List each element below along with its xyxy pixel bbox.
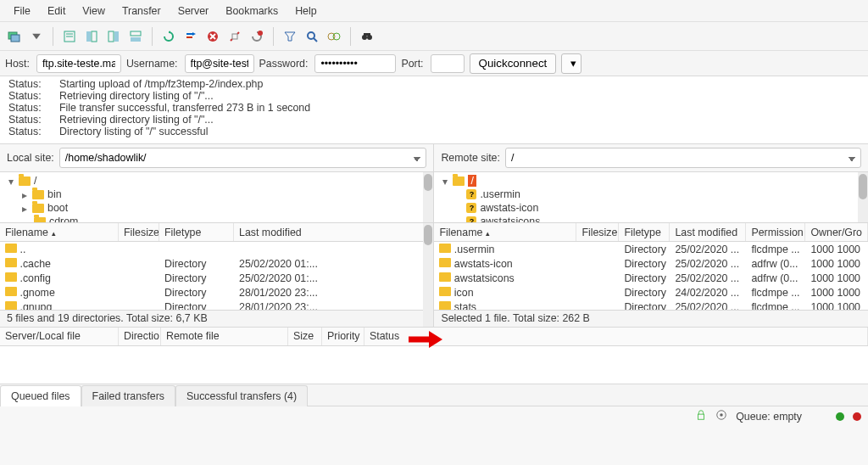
queue-indicator-icon[interactable] [715,409,727,423]
encryption-icon[interactable] [695,409,707,423]
menu-bookmarks[interactable]: Bookmarks [217,2,287,20]
list-item[interactable]: .userminDirectory25/02/2020 ...flcdmpe .… [434,242,868,256]
menubar: File Edit View Transfer Server Bookmarks… [0,0,868,22]
remote-site-input[interactable]: / [505,148,861,168]
username-input[interactable] [185,54,254,73]
binoculars-icon[interactable] [358,27,376,46]
status-dot-green-icon [836,412,844,421]
log-label: Status: [8,126,44,137]
folder-icon [5,272,17,282]
folder-icon [5,301,17,311]
menu-edit[interactable]: Edit [39,2,74,20]
unknown-icon: ? [466,189,476,199]
remote-site-label: Remote site: [441,152,500,164]
refresh-icon[interactable] [159,27,178,46]
local-site-input[interactable]: /home/shadowlik/ [59,148,427,168]
local-filelist[interactable]: .. .cacheDirectory25/02/2020 01:... .con… [0,242,433,310]
list-item[interactable]: awstatsiconsDirectory25/02/2020 ...adfrw… [434,271,868,285]
svg-point-18 [308,32,314,39]
tree-item[interactable]: cdrom [49,216,78,223]
remote-filelist[interactable]: .userminDirectory25/02/2020 ...flcdmpe .… [434,242,868,310]
compare-icon[interactable] [325,27,343,46]
svg-rect-25 [698,414,704,419]
queue-status: Queue: empty [736,411,802,423]
search-icon[interactable] [303,27,321,46]
local-filelist-header[interactable]: Filename Filesize Filetype Last modified [0,223,433,242]
process-queue-icon[interactable] [181,27,200,46]
cancel-icon[interactable] [203,27,222,46]
log-text: File transfer successful, transferred 27… [59,102,310,114]
svg-rect-1 [11,35,19,42]
tab-queued-files[interactable]: Queued files [0,385,81,406]
log-text: Retrieving directory listing of "/"... [59,114,214,126]
svg-rect-5 [86,31,91,42]
local-status: 5 files and 19 directories. Total size: … [0,310,433,327]
site-manager-icon[interactable] [5,27,24,46]
disconnect-icon[interactable] [225,27,244,46]
svg-rect-6 [92,31,97,42]
quickconnect-dropdown[interactable]: ▾ [561,53,581,74]
tree-item[interactable]: / [468,175,476,187]
log-text: Retrieving directory listing of "/"... [59,90,214,102]
log-label: Status: [8,102,44,114]
svg-point-17 [258,31,263,36]
tab-successful-transfers[interactable]: Successful transfers (4) [175,385,308,406]
local-tree[interactable]: ▾/ ▸bin ▸boot cdrom [0,172,433,223]
tab-failed-transfers[interactable]: Failed transfers [81,385,175,406]
svg-rect-7 [108,31,114,42]
toggle-remote-tree-icon[interactable] [104,27,123,46]
quickconnect-button[interactable]: Quickconnect [470,53,557,74]
tree-item[interactable]: .usermin [480,188,520,200]
menu-help[interactable]: Help [287,2,325,20]
menu-server[interactable]: Server [170,2,218,20]
queue-body[interactable] [0,346,868,384]
tree-item[interactable]: awstats-icon [480,202,538,214]
filter-icon[interactable] [281,27,299,46]
svg-point-27 [720,413,723,417]
port-input[interactable] [431,54,465,73]
toggle-local-tree-icon[interactable] [82,27,101,46]
folder-icon [32,190,44,199]
folder-icon [34,217,46,224]
log-label: Status: [8,78,44,90]
menu-transfer[interactable]: Transfer [114,2,170,20]
folder-icon [439,287,451,296]
host-label: Host: [5,58,30,70]
folder-icon [5,258,17,267]
reconnect-icon[interactable] [248,27,266,46]
svg-point-21 [333,33,340,40]
svg-rect-8 [114,31,119,42]
password-input[interactable] [314,54,396,73]
menu-view[interactable]: View [74,2,114,20]
host-input[interactable] [36,54,121,73]
transfer-queue: Server/Local file Directio Remote file S… [0,328,868,406]
folder-icon [439,301,451,311]
remote-tree[interactable]: ▾/ ? .usermin ? awstats-icon ? awstatsic… [434,172,868,223]
log-label: Status: [8,114,44,126]
folder-icon [439,244,451,253]
list-item[interactable]: awstats-iconDirectory25/02/2020 ...adfrw… [434,256,868,271]
log-text: Directory listing of "/" successful [59,126,208,137]
unknown-icon: ? [466,216,476,223]
tree-item[interactable]: / [34,175,36,187]
folder-icon [5,287,17,296]
queue-header[interactable]: Server/Local file Directio Remote file S… [0,328,868,346]
menu-file[interactable]: File [5,2,39,20]
remote-filelist-header[interactable]: Filename Filesize Filetype Last modified… [434,223,868,242]
username-label: Username: [126,58,178,70]
message-log[interactable]: Status:Starting upload of /tmp/fz3temp-2… [0,76,868,144]
list-item[interactable]: statsDirectory25/02/2020 ...flcdmpe ...1… [434,300,868,310]
toggle-queue-icon[interactable] [126,27,145,46]
toggle-log-icon[interactable] [60,27,79,46]
local-site-label: Local site: [7,152,54,164]
tree-item[interactable]: awstatsicons [480,216,540,223]
sort-asc-icon [52,227,56,238]
site-manager-dropdown-icon[interactable] [27,27,46,46]
status-dot-red-icon [853,412,861,421]
list-item[interactable]: iconDirectory24/02/2020 ...flcdmpe ...10… [434,285,868,300]
folder-icon [453,176,465,186]
tree-item[interactable]: boot [47,202,68,214]
folder-icon [439,272,451,282]
tree-item[interactable]: bin [47,188,62,200]
password-label: Password: [259,58,309,70]
